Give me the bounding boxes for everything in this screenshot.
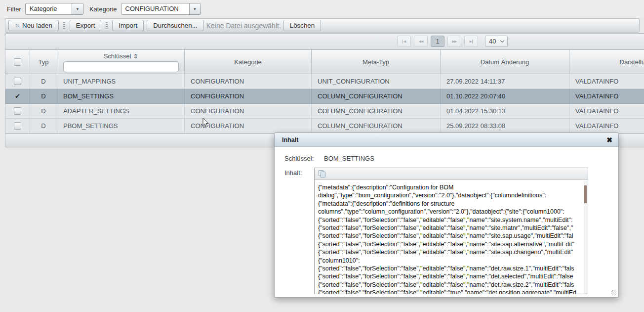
import-button[interactable]: Import [112,20,144,31]
schluessel-filter-input[interactable] [63,61,179,72]
previous-page-icon: ◀◀ [419,40,423,44]
next-page-button[interactable]: ▶▶ [447,36,461,47]
import-button-label: Import [119,22,137,29]
kategorie-select[interactable]: CONFIGURATION ▼ [121,3,201,15]
mouse-cursor [202,118,209,128]
cell-datum: 25.09.2022 08:33:08 [441,119,569,133]
row-checkbox-checked[interactable]: ✔ [15,92,20,100]
filter-type-value: Kategorie [26,3,72,14]
toolbar-separator [106,22,108,29]
schluessel-field-label: Schlüssel: [284,155,314,162]
last-page-icon: ▶ [470,40,473,44]
cell-kategorie: CONFIGURATION [185,89,312,103]
chevron-down-icon [500,39,504,43]
inhalt-dialog: Inhalt ✖ Schlüssel: BOM_SETTINGS Inhalt:… [274,133,619,298]
chevron-down-icon: ▼ [193,7,197,11]
export-button[interactable]: Export [70,20,102,31]
cell-typ: D [30,104,57,118]
dialog-title: Inhalt [282,136,606,143]
cell-meta-typ: COLUMN_CONFIGURATION [312,119,441,133]
cell-schluessel: ADAPTER_SETTINGS [57,104,185,118]
row-checkbox[interactable] [14,122,21,130]
cell-meta-typ: UNIT_CONFIGURATION [312,74,441,89]
toolbar-separator [63,22,65,29]
content-editor: {"metadata":{"description":"Configuratio… [314,168,588,294]
first-page-button[interactable]: ◀ [397,36,411,47]
last-page-button[interactable]: ▶ [464,36,478,47]
cell-typ: D [30,74,57,89]
content-editor-toolbar [315,168,588,180]
filter-label: Filter [7,5,21,13]
scrollbar-thumb[interactable] [584,185,587,203]
select-all-checkbox[interactable] [14,58,21,66]
content-scrollbar[interactable] [584,181,587,294]
current-page-button[interactable]: 1 [431,36,444,47]
dialog-header[interactable]: Inhalt ✖ [275,133,618,147]
close-icon[interactable]: ✖ [606,136,612,143]
cell-meta-typ: COLUMN_CONFIGURATION [312,89,441,103]
content-text-area[interactable]: {"metadata":{"description":"Configuratio… [315,180,588,294]
schluessel-field-value: BOM_SETTINGS [324,155,374,162]
chevron-down-icon: ▼ [76,7,80,11]
cell-datum: 01.10.2022 20:07:40 [441,89,569,103]
inhalt-field-label: Inhalt: [284,169,314,177]
cell-kategorie: CONFIGURATION [185,104,312,118]
cell-darstellung: VALDATAINFO [569,104,644,118]
pagination: ◀ ◀◀ 1 ▶▶ ▶ 40 [397,36,508,47]
delete-button-label: Löschen [290,22,315,29]
reload-button[interactable]: ↻ Neu laden [8,20,59,31]
filter-bar: Filter Kategorie ▼ Kategorie CONFIGURATI… [0,0,644,18]
filter-type-dropdown-button[interactable]: ▼ [72,3,83,14]
table-row[interactable]: D UNIT_MAPPINGS CONFIGURATION UNIT_CONFI… [5,74,644,89]
column-header-datum[interactable]: Datum Änderung [441,50,569,74]
filter-type-select[interactable]: Kategorie ▼ [25,3,83,15]
cell-typ: D [30,119,57,133]
column-header-meta-typ[interactable]: Meta-Typ [312,50,441,74]
dialog-resize-handle[interactable] [611,290,616,295]
previous-page-button[interactable]: ◀◀ [414,36,428,47]
column-header-kategorie[interactable]: Kategorie [185,50,312,74]
toolbar: ↻ Neu laden Export Import Durchsuchen...… [5,18,640,33]
schluessel-field-row: Schlüssel: BOM_SETTINGS [284,155,374,162]
column-header-darstellung[interactable]: Darstellung [569,50,644,74]
delete-button[interactable]: Löschen [283,20,321,31]
no-file-selected-text: Keine Datei ausgewählt. [206,22,281,30]
cell-meta-typ: COLUMN_CONFIGURATION [312,104,441,118]
kategorie-label: Kategorie [89,5,117,13]
cell-darstellung: VALDATAINFO [569,119,644,133]
row-checkbox[interactable] [14,107,21,115]
browse-file-button[interactable]: Durchsuchen... [147,20,204,31]
cell-darstellung: VALDATAINFO [569,89,644,103]
table-row-selected[interactable]: ✔ D BOM_SETTINGS CONFIGURATION COLUMN_CO… [5,89,644,104]
grid-top-band: ◀ ◀◀ 1 ▶▶ ▶ 40 [5,34,644,49]
cell-datum: 01.04.2022 15:30:13 [441,104,569,118]
table-row[interactable]: D ADAPTER_SETTINGS CONFIGURATION COLUMN_… [5,104,644,119]
reload-icon: ↻ [15,23,20,29]
reload-button-label: Neu laden [22,22,52,29]
cell-schluessel: BOM_SETTINGS [57,89,185,103]
export-button-label: Export [76,22,95,29]
cell-schluessel: PBOM_SETTINGS [57,119,185,133]
browse-button-label: Durchsuchen... [153,22,198,29]
kategorie-dropdown-button[interactable]: ▼ [189,3,201,14]
app-root: { "filter_bar": { "filter_label": "Filte… [0,0,644,312]
data-grid: ◀ ◀◀ 1 ▶▶ ▶ 40 Typ Schlüssel⇕ Kategorie … [5,33,644,147]
cell-kategorie: CONFIGURATION [185,74,312,89]
cell-darstellung: VALDATAINFO [569,74,644,89]
page-size-value: 40 [489,38,496,45]
page-size-select[interactable]: 40 [485,36,508,47]
table-row[interactable]: D PBOM_SETTINGS CONFIGURATION COLUMN_CON… [5,119,644,134]
cell-schluessel: UNIT_MAPPINGS [57,74,185,89]
select-all-header-cell [5,50,30,74]
table-header-row: Typ Schlüssel⇕ Kategorie Meta-Typ Datum … [5,49,644,74]
copy-icon[interactable] [319,170,326,178]
cell-typ: D [30,89,57,103]
kategorie-value: CONFIGURATION [121,3,189,14]
inhalt-field-row: Inhalt: [284,169,314,177]
first-page-icon: ◀ [402,40,405,44]
cell-datum: 27.09.2022 14:11:37 [441,74,569,89]
row-checkbox[interactable] [14,78,21,85]
column-header-schluessel[interactable]: Schlüssel⇕ [57,50,185,74]
column-header-typ[interactable]: Typ [30,50,57,74]
sort-icon[interactable]: ⇕ [133,53,138,60]
